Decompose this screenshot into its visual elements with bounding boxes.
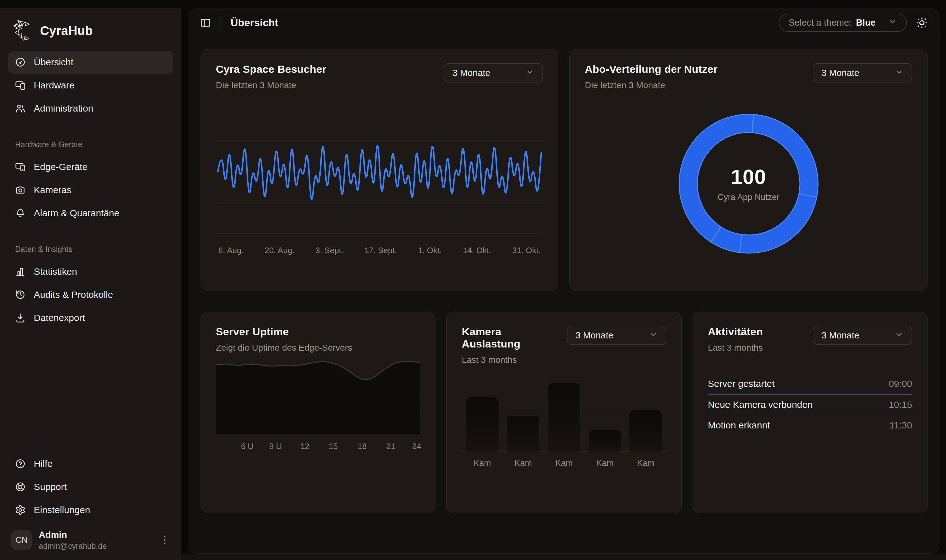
theme-mode-button[interactable] (916, 17, 928, 29)
sidebar-item-label: Statistiken (34, 266, 77, 277)
sidebar-item-alarm-quarantäne[interactable]: Alarm & Quarantäne (8, 202, 173, 225)
area-chart-svg (216, 360, 420, 435)
card-subscriptions-title: Abo-Verteilung der Nutzer (585, 63, 717, 75)
gauge-icon (15, 57, 26, 68)
dashboard-grid: Cyra Space Besucher Die letzten 3 Monate… (188, 37, 940, 554)
activity-label: Neue Kamera verbunden (708, 399, 813, 410)
devices-icon (15, 162, 26, 172)
sidebar-footer: HilfeSupportEinstellungen CN Admin admin… (8, 452, 173, 552)
gear-icon (15, 505, 26, 515)
card-activities-head: Aktivitäten Last 3 months 3 Monate (708, 326, 912, 353)
user-meta: Admin admin@cyrahub.de (39, 530, 106, 551)
camera-range-value: 3 Monate (576, 330, 613, 341)
uptime-x-axis: 6 U9 U1215182124 (216, 442, 420, 454)
x-tick-label: Kam (630, 458, 662, 468)
x-tick-label: 18 (358, 442, 367, 451)
chevron-down-icon (649, 330, 657, 341)
download-icon (15, 312, 26, 323)
sidebar-nav-main: ÜbersichtHardwareAdministration (8, 51, 173, 120)
x-tick-label: 6. Aug. (218, 246, 244, 255)
bar (507, 415, 539, 452)
user-menu-button[interactable] (159, 535, 170, 545)
card-camera-title: Kamera Auslastung (462, 326, 560, 350)
sidebar-item-label: Kameras (34, 185, 71, 195)
sidebar-item-audits-protokolle[interactable]: Audits & Protokolle (8, 283, 173, 306)
sidebar-item-label: Datenexport (34, 312, 85, 323)
x-tick-label: 20. Aug. (265, 246, 294, 255)
x-tick-label: 12 (300, 442, 309, 451)
camera-range-select[interactable]: 3 Monate (567, 326, 666, 345)
card-uptime-head: Server Uptime Zeigt die Uptime des Edge-… (216, 326, 420, 353)
help-icon (15, 458, 26, 469)
chart-icon (15, 266, 26, 277)
x-tick-label: 31. Okt. (512, 246, 540, 255)
sidebar-item-label: Hardware (34, 80, 74, 91)
activities-range-select[interactable]: 3 Monate (813, 326, 912, 345)
activity-time: 10:15 (889, 399, 912, 410)
line-chart-svg (216, 108, 543, 237)
card-visitors-title: Cyra Space Besucher (216, 63, 326, 75)
x-tick-label: 24 (412, 442, 421, 451)
card-camera-subtitle: Last 3 months (462, 355, 560, 365)
sidebar-item-hardware[interactable]: Hardware (8, 74, 173, 97)
chevron-down-icon (888, 17, 897, 28)
card-camera: Kamera Auslastung Last 3 months 3 Monate… (446, 312, 681, 513)
sidebar-item-kameras[interactable]: Kameras (8, 178, 173, 202)
theme-select[interactable]: Select a theme: Blue (779, 14, 907, 32)
subscriptions-donut-chart: 100 Cyra App Nutzer (585, 90, 912, 277)
sidebar-item-label: Edge-Geräte (34, 162, 88, 172)
card-uptime-title: Server Uptime (216, 326, 352, 338)
sidebar-item-edge-geräte[interactable]: Edge-Geräte (8, 155, 173, 178)
sidebar-item-label: Einstellungen (34, 505, 90, 515)
sidebar-item-label: Support (34, 482, 66, 492)
card-subscriptions-head: Abo-Verteilung der Nutzer Die letzten 3 … (585, 63, 912, 90)
camera-x-axis: KamKamKamKamKam (462, 458, 666, 468)
sidebar-item-hilfe[interactable]: Hilfe (8, 452, 173, 475)
sidebar-item-einstellungen[interactable]: Einstellungen (8, 498, 173, 522)
lifebuoy-icon (15, 482, 26, 492)
sidebar-section-label: Hardware & Geräte (8, 140, 173, 149)
sidebar-item-administration[interactable]: Administration (8, 97, 173, 120)
theme-select-label: Select a theme: (789, 17, 852, 28)
sidebar: CyraHub ÜbersichtHardwareAdministration … (0, 8, 181, 560)
card-visitors-subtitle: Die letzten 3 Monate (216, 80, 326, 90)
visitors-range-value: 3 Monate (452, 68, 490, 78)
sidebar-item-datenexport[interactable]: Datenexport (8, 306, 173, 329)
bar (630, 410, 662, 452)
card-camera-titles: Kamera Auslastung Last 3 months (462, 326, 560, 365)
subscriptions-range-value: 3 Monate (821, 68, 860, 78)
card-uptime-titles: Server Uptime Zeigt die Uptime des Edge-… (216, 326, 352, 353)
card-subscriptions-titles: Abo-Verteilung der Nutzer Die letzten 3 … (585, 63, 717, 90)
theme-select-value: Blue (856, 17, 876, 28)
donut-center-label: Cyra App Nutzer (718, 192, 779, 202)
x-tick-label: 1. Okt. (418, 246, 442, 255)
visitors-range-select[interactable]: 3 Monate (444, 63, 543, 83)
card-subscriptions-subtitle: Die letzten 3 Monate (585, 80, 717, 90)
chevron-down-icon (895, 330, 903, 341)
donut-total: 100 (718, 165, 779, 189)
user-row[interactable]: CN Admin admin@cyrahub.de (8, 522, 173, 552)
sidebar-section-items: StatistikenAudits & ProtokolleDatenexpor… (8, 260, 173, 329)
card-uptime: Server Uptime Zeigt die Uptime des Edge-… (201, 312, 435, 513)
ellipsis-vertical-icon (159, 535, 170, 545)
bar (548, 383, 580, 452)
bell-icon (15, 208, 26, 218)
activity-row: Neue Kamera verbunden10:15 (708, 394, 912, 415)
sidebar-item-statistiken[interactable]: Statistiken (8, 260, 173, 283)
sidebar-item-übersicht[interactable]: Übersicht (8, 51, 173, 74)
x-tick-label: 17. Sept. (364, 246, 397, 255)
uptime-area-chart (216, 360, 420, 435)
activity-time: 11:30 (889, 420, 912, 431)
sidebar-item-support[interactable]: Support (8, 475, 173, 498)
bar (589, 430, 621, 452)
card-subscriptions: Abo-Verteilung der Nutzer Die letzten 3 … (569, 49, 927, 291)
subscriptions-range-select[interactable]: 3 Monate (813, 63, 912, 83)
sidebar-section-items: Edge-GeräteKamerasAlarm & Quarantäne (8, 155, 173, 225)
chevron-down-icon (526, 68, 534, 78)
x-tick-label: 9 U (269, 442, 282, 451)
activity-row: Server gestartet09:00 (708, 374, 912, 394)
sun-icon (916, 17, 928, 29)
chevron-down-icon (895, 68, 903, 78)
sidebar-toggle-button[interactable] (200, 17, 211, 28)
devices-icon (15, 80, 26, 91)
